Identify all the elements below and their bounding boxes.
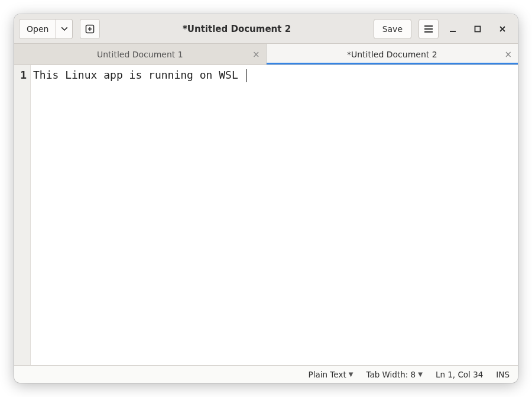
close-icon: ×: [252, 49, 260, 60]
plus-tab-icon: [85, 24, 95, 34]
open-button[interactable]: Open: [19, 19, 56, 39]
svg-rect-2: [475, 26, 481, 31]
tab-untitled-2[interactable]: *Untitled Document 2 ×: [267, 44, 518, 64]
tab-label: Untitled Document 1: [97, 50, 183, 59]
open-recent-dropdown[interactable]: [56, 19, 73, 39]
close-button[interactable]: [492, 19, 513, 39]
maximize-button[interactable]: [467, 19, 488, 39]
save-button[interactable]: Save: [374, 19, 411, 39]
text-editor[interactable]: This Linux app is running on WSL: [31, 65, 518, 365]
window-title: *Untitled Document 2: [183, 24, 291, 34]
line-number-gutter: 1: [14, 65, 31, 365]
status-bar: Plain Text ▼ Tab Width: 8 ▼ Ln 1, Col 34…: [14, 365, 518, 383]
syntax-selector[interactable]: Plain Text ▼: [309, 370, 353, 379]
maximize-icon: [474, 25, 481, 33]
tab-untitled-1[interactable]: Untitled Document 1 ×: [14, 44, 267, 64]
chevron-down-icon: [61, 27, 67, 31]
hamburger-icon: [424, 25, 433, 33]
tab-width-label: Tab Width: 8: [366, 370, 416, 379]
syntax-label: Plain Text: [309, 370, 346, 379]
headerbar: Open *Untitled Document 2 Save: [14, 14, 518, 44]
minimize-icon: [449, 25, 456, 33]
tab-label: *Untitled Document 2: [347, 50, 437, 59]
text-cursor: [246, 69, 246, 82]
open-button-group: Open: [19, 19, 73, 39]
close-icon: [499, 25, 506, 33]
dropdown-icon: ▼: [418, 371, 423, 377]
cursor-position: Ln 1, Col 34: [436, 370, 483, 379]
close-icon: ×: [504, 49, 512, 60]
insert-mode-indicator[interactable]: INS: [496, 370, 510, 379]
tab-bar: Untitled Document 1 × *Untitled Document…: [14, 44, 518, 65]
editor-window: Open *Untitled Document 2 Save: [14, 14, 518, 383]
line-number: 1: [14, 69, 27, 81]
hamburger-menu-button[interactable]: [419, 19, 439, 39]
editor-area: 1 This Linux app is running on WSL: [14, 65, 518, 365]
editor-content: This Linux app is running on WSL: [33, 69, 245, 81]
dropdown-icon: ▼: [349, 371, 353, 377]
minimize-button[interactable]: [442, 19, 463, 39]
tab-close-button[interactable]: ×: [504, 49, 512, 60]
tab-width-selector[interactable]: Tab Width: 8 ▼: [366, 370, 423, 379]
tab-close-button[interactable]: ×: [252, 49, 260, 60]
new-tab-button[interactable]: [80, 19, 100, 39]
svg-rect-1: [450, 31, 456, 32]
